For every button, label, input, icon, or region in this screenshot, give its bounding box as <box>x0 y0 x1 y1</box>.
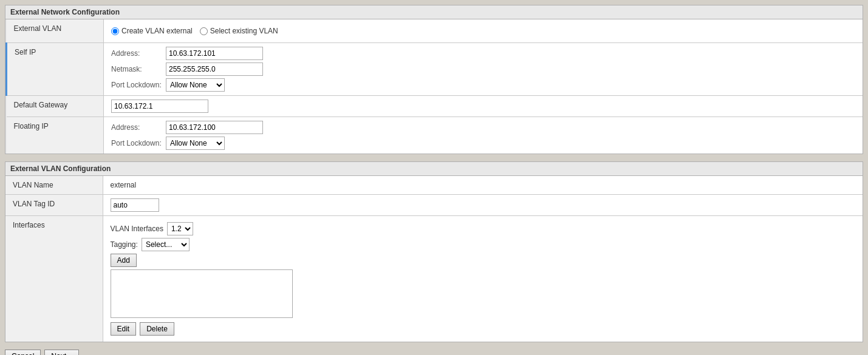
external-vlan-config-title: External VLAN Configuration <box>5 162 863 176</box>
tagging-row: Tagging: Select... Tagged Untagged <box>111 238 856 251</box>
vlan-tag-id-input[interactable] <box>111 198 159 212</box>
vlan-interfaces-select[interactable]: 1.2 1.1 1.3 <box>167 222 193 235</box>
vlan-tag-id-value-cell <box>103 195 863 216</box>
external-network-form-table: External VLAN Create VLAN external Selec… <box>5 19 863 154</box>
floating-port-lockdown-label: Port Lockdown: <box>111 139 166 147</box>
select-existing-vlan-radio[interactable] <box>200 27 208 35</box>
bottom-bar: Cancel Next... <box>5 350 863 355</box>
netmask-input[interactable] <box>166 63 263 76</box>
external-vlan-config-section: External VLAN Configuration VLAN Name ex… <box>5 161 863 342</box>
select-existing-vlan-option: Select existing VLAN <box>200 27 278 35</box>
default-gateway-value-cell <box>104 96 863 117</box>
external-network-config-section: External Network Configuration External … <box>5 5 863 154</box>
default-gateway-row: Default Gateway <box>7 96 863 117</box>
tagging-select[interactable]: Select... Tagged Untagged <box>142 238 190 251</box>
default-gateway-input[interactable] <box>111 100 208 113</box>
address-row: Address: <box>111 47 855 60</box>
floating-address-label: Address: <box>111 123 166 132</box>
interfaces-row: Interfaces VLAN Interfaces 1.2 1.1 1.3 T… <box>5 216 863 342</box>
port-lockdown-label: Port Lockdown: <box>111 81 166 89</box>
floating-ip-value-cell: Address: Port Lockdown: Allow None Allow… <box>104 117 863 154</box>
floating-port-lockdown-select[interactable]: Allow None Allow Default Allow All <box>166 137 225 150</box>
interfaces-textarea[interactable] <box>111 269 293 318</box>
vlan-tag-id-row: VLAN Tag ID <box>5 195 863 216</box>
floating-ip-label: Floating IP <box>7 117 104 154</box>
create-vlan-label: Create VLAN external <box>121 27 193 35</box>
external-vlan-row: External VLAN Create VLAN external Selec… <box>7 19 863 43</box>
address-input[interactable] <box>166 47 263 60</box>
delete-button[interactable]: Delete <box>140 322 174 336</box>
external-network-config-title: External Network Configuration <box>5 5 863 19</box>
interfaces-label: Interfaces <box>5 216 103 342</box>
self-ip-row: Self IP Address: Netmask: Port Lockdown:… <box>7 43 863 96</box>
select-existing-vlan-label: Select existing VLAN <box>210 27 278 35</box>
floating-address-row: Address: <box>111 121 855 134</box>
self-ip-value-cell: Address: Netmask: Port Lockdown: Allow N… <box>104 43 863 96</box>
self-ip-label: Self IP <box>7 43 104 96</box>
tagging-label: Tagging: <box>111 240 138 249</box>
interfaces-value-cell: VLAN Interfaces 1.2 1.1 1.3 Tagging: Sel… <box>103 216 863 342</box>
netmask-label: Netmask: <box>111 65 166 73</box>
external-vlan-radio-group: Create VLAN external Select existing VLA… <box>111 23 855 39</box>
external-vlan-value-cell: Create VLAN external Select existing VLA… <box>104 19 863 43</box>
interfaces-area: VLAN Interfaces 1.2 1.1 1.3 Tagging: Sel… <box>111 222 856 336</box>
vlan-interfaces-label: VLAN Interfaces <box>111 225 163 233</box>
floating-ip-row: Floating IP Address: Port Lockdown: Allo… <box>7 117 863 154</box>
external-vlan-form-table: VLAN Name external VLAN Tag ID Interface… <box>5 176 863 342</box>
port-lockdown-select[interactable]: Allow None Allow Default Allow All <box>166 78 225 92</box>
add-button[interactable]: Add <box>111 254 137 267</box>
vlan-interfaces-row: VLAN Interfaces 1.2 1.1 1.3 <box>111 222 856 235</box>
default-gateway-label: Default Gateway <box>7 96 104 117</box>
next-button[interactable]: Next... <box>44 350 79 355</box>
vlan-name-label: VLAN Name <box>5 176 103 195</box>
address-label: Address: <box>111 49 166 58</box>
vlan-tag-id-label: VLAN Tag ID <box>5 195 103 216</box>
vlan-name-value: external <box>103 176 863 195</box>
port-lockdown-row: Port Lockdown: Allow None Allow Default … <box>111 78 855 92</box>
cancel-button[interactable]: Cancel <box>5 350 41 355</box>
add-button-row: Add <box>111 254 856 267</box>
edit-delete-row: Edit Delete <box>111 322 856 336</box>
floating-port-lockdown-row: Port Lockdown: Allow None Allow Default … <box>111 137 855 150</box>
create-vlan-radio[interactable] <box>111 27 119 35</box>
edit-button[interactable]: Edit <box>111 322 137 336</box>
external-vlan-label: External VLAN <box>7 19 104 43</box>
floating-address-input[interactable] <box>166 121 263 134</box>
create-vlan-option: Create VLAN external <box>111 27 193 35</box>
netmask-row: Netmask: <box>111 63 855 76</box>
vlan-name-row: VLAN Name external <box>5 176 863 195</box>
